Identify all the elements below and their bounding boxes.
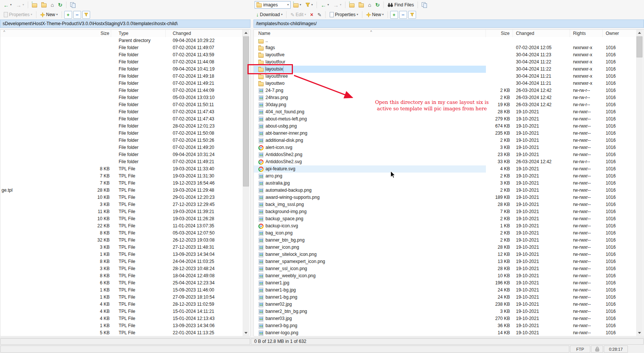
remote-file-row[interactable]: layoutthree 30-04-2024 11:21 rwxrwxr-x 1… xyxy=(254,73,637,80)
remote-file-row[interactable]: arro.png 2 KB 19-10-2021 rw-rwxr-- 1016 xyxy=(254,173,637,180)
remote-file-row[interactable]: backup-icon.svg 1 KB 19-10-2021 rw-rwxr-… xyxy=(254,222,637,230)
remote-file-row[interactable]: award-wining-supports.png 189 KB 19-10-2… xyxy=(254,194,637,201)
local-file-row[interactable]: 10 KB TPL File 19-03-2024 11:26:28 xyxy=(0,215,243,222)
local-file-row[interactable]: 1 KB TPL File 13-09-2023 14:34:06 xyxy=(0,322,243,329)
local-file-row[interactable]: File folder 09-04-2024 10:41:19 xyxy=(0,66,243,73)
local-properties-button[interactable]: Properties▾ xyxy=(2,11,34,18)
column-header-size[interactable]: Size xyxy=(0,30,111,37)
local-file-row[interactable]: File folder 07-02-2024 11:49:18 xyxy=(0,73,243,80)
remote-file-row[interactable]: banner1-bg.jpg 24 KB 19-10-2021 rw-rwxr-… xyxy=(254,287,637,294)
remote-back-button[interactable]: ←▾ xyxy=(319,2,330,9)
remote-file-row[interactable]: banner_sitelock_icon.png 12 KB 19-10-202… xyxy=(254,251,637,258)
remote-directory-combo[interactable]: images ▾ xyxy=(255,1,291,9)
scroll-up-button[interactable] xyxy=(243,30,249,36)
remote-refresh-button[interactable]: ↻ xyxy=(374,2,382,8)
local-file-row[interactable]: File folder 07-02-2024 11:44:09 xyxy=(0,87,243,94)
rename-button[interactable]: ✎ xyxy=(316,12,323,18)
scrollbar-thumb[interactable] xyxy=(243,36,249,186)
column-header-owner[interactable]: Owner xyxy=(603,30,637,37)
local-file-row[interactable]: File folder 07-02-2024 11:43:59 xyxy=(0,51,243,59)
remote-file-row[interactable]: banner2_btn_bg.png 3 KB 19-10-2021 rw-rw… xyxy=(254,308,637,315)
local-file-row[interactable]: 22 KB TPL File 11-01-2024 13:07:35 xyxy=(0,222,243,230)
download-button[interactable]: ↓Download▾ xyxy=(255,11,284,18)
local-back-button[interactable]: ←▾ xyxy=(2,2,13,9)
local-file-row[interactable]: File folder 05-03-2024 13:03:10 xyxy=(0,94,243,101)
local-file-row[interactable]: 7 KB TPL File 19-12-2023 16:54:46 xyxy=(0,180,243,187)
remote-path-bar[interactable]: /templates/hostx-child/images/ xyxy=(253,20,644,28)
remote-home-directory-button[interactable]: ⌂ xyxy=(366,2,373,8)
remote-select-filter-button[interactable] xyxy=(408,11,416,19)
local-file-row[interactable]: 6 KB TPL File 25-04-2024 12:23:34 xyxy=(0,279,243,287)
remote-file-row[interactable]: banner03.jpg 270 KB 19-10-2021 rw-rwxr--… xyxy=(254,315,637,322)
remote-file-row[interactable]: banner_ssl_icon.png 28 KB 19-10-2021 rw-… xyxy=(254,265,637,272)
remote-file-row[interactable]: flags 07-02-2024 12:05 rwxrwxr-x 1016 xyxy=(254,44,637,51)
local-file-row[interactable]: ge.tpl 28 KB TPL File 19-03-2024 11:29:4… xyxy=(0,187,243,194)
remote-file-row[interactable]: .. xyxy=(254,37,637,44)
local-file-row[interactable]: 3 KB TPL File 28-12-2023 10:48:24 xyxy=(0,265,243,272)
delete-button[interactable]: × xyxy=(309,11,315,18)
column-header-name[interactable]: Name xyxy=(254,30,486,37)
column-header-type[interactable]: Type xyxy=(111,30,166,37)
local-file-row[interactable]: 1 KB TPL File 13-09-2023 14:34:04 xyxy=(0,251,243,258)
remote-parent-directory-button[interactable] xyxy=(348,2,356,8)
remote-file-row[interactable]: banner1.jpg 196 KB 19-10-2021 rw-rwxr-- … xyxy=(254,279,637,287)
scroll-down-button[interactable] xyxy=(636,330,643,336)
local-path-bar[interactable]: sDevelopment\HostX-Theme-Product\V3.0.0\… xyxy=(0,20,250,28)
remote-file-row[interactable]: 24-7.png 2 KB 26-03-2024 12:42 rw-rw-r--… xyxy=(254,87,637,94)
remote-forward-button[interactable]: →▾ xyxy=(332,2,343,9)
remote-file-row[interactable]: alert-icon.svg 3 KB 19-10-2021 rw-rwxr--… xyxy=(254,144,637,151)
local-select-filter-button[interactable] xyxy=(82,11,90,19)
local-select-remove-button[interactable]: − xyxy=(73,11,81,19)
remote-file-row[interactable]: australia.jpg 3 KB 19-10-2021 rw-rwxr-- … xyxy=(254,180,637,187)
find-files-button[interactable]: Find Files xyxy=(386,2,415,8)
local-file-row[interactable]: File folder 07-02-2024 11:49:20 xyxy=(0,144,243,151)
remote-file-row[interactable]: layoutsix 30-04-2024 11:22 rwxrwxr-x 101… xyxy=(254,66,637,73)
local-file-row[interactable]: File folder 07-02-2024 11:44:08 xyxy=(0,59,243,66)
column-header-size[interactable]: Size xyxy=(486,30,513,37)
local-file-row[interactable]: 8 KB TPL File 18-04-2024 12:49:08 xyxy=(0,272,243,279)
remote-file-row[interactable]: automated-backup.png 2 KB 19-10-2021 rw-… xyxy=(254,187,637,194)
remote-file-row[interactable]: banner_btn_bg.png 2 KB 19-10-2021 rw-rwx… xyxy=(254,237,637,244)
local-file-row[interactable]: 4 KB TPL File 28-12-2023 11:02:59 xyxy=(0,301,243,308)
protocol-badge[interactable]: FTP xyxy=(570,345,590,353)
local-file-row[interactable]: File folder 07-02-2024 11:47:43 xyxy=(0,108,243,116)
local-file-row[interactable]: 3 KB TPL File 27-12-2023 11:48:31 xyxy=(0,244,243,251)
local-file-row[interactable]: 8 KB TPL File 24-04-2024 11:03:25 xyxy=(0,258,243,265)
remote-select-add-button[interactable]: + xyxy=(390,11,398,19)
remote-file-row[interactable]: abt-banner-inner.png 235 KB 19-10-2021 r… xyxy=(254,130,637,137)
remote-file-row[interactable]: api-feature.svg 4 KB 19-10-2021 rw-rwxr-… xyxy=(254,165,637,173)
local-forward-button[interactable]: →▾ xyxy=(14,2,26,9)
local-file-row[interactable]: 4 KB TPL File 15-01-2024 12:13:43 xyxy=(0,315,243,322)
local-select-add-button[interactable]: + xyxy=(64,11,72,19)
edit-button[interactable]: ✎Edit▾ xyxy=(289,11,308,18)
remote-properties-button[interactable]: Properties▾ xyxy=(328,11,360,18)
remote-file-row[interactable]: additional-disk.png 2 KB 19-10-2021 rw-r… xyxy=(254,137,637,144)
remote-file-row[interactable]: about-metus-left.png 279 KB 19-10-2021 r… xyxy=(254,116,637,123)
local-file-row[interactable]: 10 KB TPL File 29-01-2024 12:20:23 xyxy=(0,194,243,201)
remote-file-row[interactable]: backup_space.png 2 KB 19-10-2021 rw-rwxr… xyxy=(254,215,637,222)
local-file-row[interactable]: File folder 07-02-2024 11:50:11 xyxy=(0,101,243,108)
remote-file-row[interactable]: layoutfour 30-04-2024 11:22 rwxrwxr-x 10… xyxy=(254,59,637,66)
remote-file-row[interactable]: layouttwo 30-04-2024 11:21 rwxrwxr-x 101… xyxy=(254,80,637,87)
remote-file-row[interactable]: background-img.png 7 KB 19-10-2021 rw-rw… xyxy=(254,208,637,215)
remote-file-row[interactable]: bag_icon.png 2 KB 19-10-2021 rw-rwxr-- 1… xyxy=(254,230,637,237)
remote-file-row[interactable]: AntiddosShe2.png 23 KB 19-10-2021 rw-rwx… xyxy=(254,151,637,158)
local-scrollbar[interactable] xyxy=(243,30,249,336)
remote-file-row[interactable]: back_img_sssl.png 28 KB 19-10-2021 rw-rw… xyxy=(254,201,637,208)
local-file-row[interactable]: File folder 09-04-2024 10:31:24 xyxy=(0,151,243,158)
local-file-row[interactable]: File folder 07-02-2024 11:50:08 xyxy=(0,130,243,137)
local-file-row[interactable]: File folder 28-02-2024 12:01:23 xyxy=(0,123,243,130)
remote-copy-button[interactable] xyxy=(420,2,429,9)
local-file-row[interactable]: 8 KB TPL File 05-03-2024 12:07:50 xyxy=(0,230,243,237)
remote-file-row[interactable]: banner_icon.png 28 KB 19-10-2021 rw-rwxr… xyxy=(254,244,637,251)
local-file-row[interactable]: 11 KB TPL File 19-03-2024 11:39:21 xyxy=(0,208,243,215)
scrollbar-thumb[interactable] xyxy=(636,36,642,57)
remote-file-row[interactable]: banner02.jpg 238 KB 19-10-2021 rw-rwxr--… xyxy=(254,301,637,308)
local-file-row[interactable]: 8 KB TPL File 19-03-2024 11:33:40 xyxy=(0,165,243,173)
remote-new-button[interactable]: New▾ xyxy=(365,11,385,18)
local-file-row[interactable]: 1 KB TPL File 15-09-2023 11:46:00 xyxy=(0,287,243,294)
remote-file-row[interactable]: banner_weebly_icon.png 10 KB 19-10-2021 … xyxy=(254,272,637,279)
local-file-row[interactable]: 32 KB TPL File 26-12-2023 19:03:08 xyxy=(0,237,243,244)
remote-file-row[interactable]: AntiddosShe2.svg 33 KB 26-03-2024 12:42 … xyxy=(254,158,637,165)
local-file-row[interactable]: File folder 07-02-2024 11:50:26 xyxy=(0,137,243,144)
